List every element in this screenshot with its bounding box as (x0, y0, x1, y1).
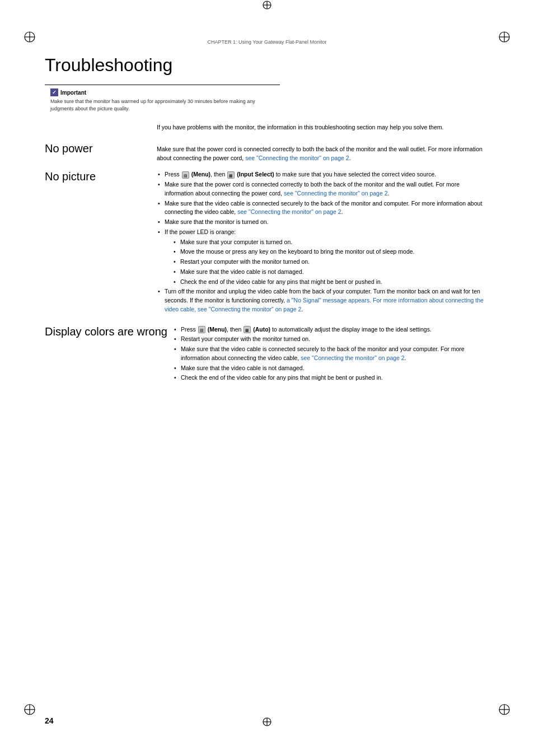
sub-list-item: Restart your computer with the monitor t… (172, 258, 489, 267)
display-colors-title: Display colors are wrong (45, 325, 167, 384)
dc-auto-key-icon: ▦ (243, 326, 251, 333)
menu-key-label: Menu (193, 171, 208, 178)
chapter-header: CHAPTER 1: Using Your Gateway Flat-Panel… (45, 39, 489, 45)
menu-key-icon: ▤ (182, 171, 189, 179)
no-power-body: Make sure that the power cord is connect… (157, 142, 489, 163)
display-colors-list: Press ▤ (Menu), then ▦ (Auto) to automat… (173, 325, 489, 383)
list-item: Make sure that the power cord is connect… (157, 180, 489, 198)
list-item: Make sure that the monitor is turned on. (157, 218, 489, 227)
display-colors-section: Display colors are wrong Press ▤ (Menu),… (45, 325, 489, 384)
display-colors-body: Press ▤ (Menu), then ▦ (Auto) to automat… (173, 325, 489, 384)
list-item: Turn off the monitor and unplug the vide… (157, 287, 489, 314)
np-power-link[interactable]: see "Connecting the monitor" on page 2 (284, 190, 388, 197)
sub-list-item: Make sure that your computer is turned o… (172, 238, 489, 247)
page-title: Troubleshooting (45, 55, 489, 76)
important-check-icon: ✓ (50, 88, 58, 96)
reg-mark-tc (262, 0, 272, 11)
important-label: Important (60, 90, 86, 96)
page-number: 24 (45, 716, 54, 725)
reg-mark-bl (24, 703, 36, 717)
no-picture-section: No picture Press ▤ (Menu), then ▦ (Input… (45, 170, 489, 315)
no-picture-body: Press ▤ (Menu), then ▦ (Input Select) to… (157, 170, 489, 315)
sub-list-item: Move the mouse or press any key on the k… (172, 248, 489, 256)
dc-menu-key-icon: ▤ (198, 326, 205, 333)
list-item: Make sure that the video cable is not da… (173, 364, 489, 373)
reg-mark-tr (498, 31, 510, 44)
dc-video-link[interactable]: see "Connecting the monitor" on page 2 (301, 354, 405, 361)
list-item: Press ▤ (Menu), then ▦ (Auto) to automat… (173, 325, 489, 334)
list-item: Make sure that the video cable is connec… (157, 199, 489, 217)
sub-list-item: Make sure that the video cable is not da… (172, 268, 489, 277)
no-power-title: No power (45, 142, 151, 163)
list-item: Make sure that the video cable is connec… (173, 345, 489, 363)
sub-list-item: Check the end of the video cable for any… (172, 278, 489, 287)
list-item: Press ▤ (Menu), then ▦ (Input Select) to… (157, 170, 489, 179)
list-item: Restart your computer with the monitor t… (173, 335, 489, 344)
no-picture-list: Press ▤ (Menu), then ▦ (Input Select) to… (157, 170, 489, 314)
reg-mark-tl (24, 31, 36, 44)
intro-text: If you have problems with the monitor, t… (157, 123, 470, 132)
no-power-text: Make sure that the power cord is connect… (157, 144, 489, 163)
input-select-label: Input Select (239, 171, 273, 178)
list-item: If the power LED is orange: Make sure th… (157, 228, 489, 287)
list-item: Check the end of the video cable for any… (173, 374, 489, 382)
input-select-key-icon: ▦ (227, 171, 235, 179)
np-video-link[interactable]: see "Connecting the monitor" on page 2 (237, 208, 341, 215)
no-power-section: No power Make sure that the power cord i… (45, 142, 489, 163)
reg-mark-br (498, 703, 510, 717)
no-picture-title: No picture (45, 170, 151, 315)
page: CHAPTER 1: Using Your Gateway Flat-Panel… (0, 0, 534, 756)
no-signal-link[interactable]: a "No Signal" message appears. For more … (165, 297, 484, 312)
no-power-link[interactable]: see "Connecting the monitor" on page 2 (245, 155, 349, 161)
important-box: ✓ Important Make sure that the monitor h… (45, 85, 280, 115)
reg-mark-bc (262, 717, 272, 728)
orange-led-sublist: Make sure that your computer is turned o… (165, 238, 489, 287)
important-text: Make sure that the monitor has warmed up… (50, 98, 274, 112)
